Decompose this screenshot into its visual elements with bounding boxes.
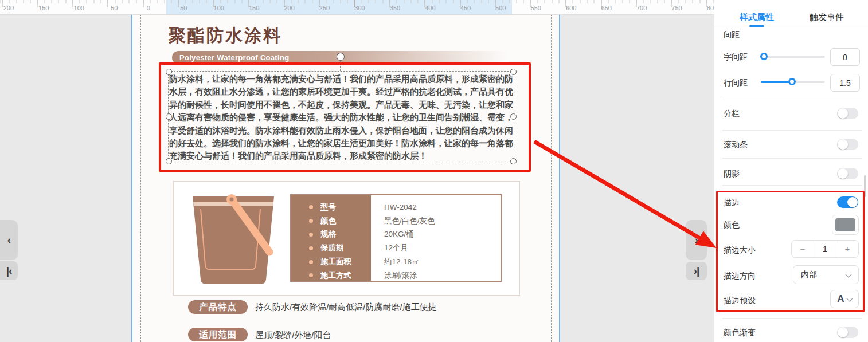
ruler-tick-label: -150 xyxy=(36,5,49,11)
spec-row: 施工面积约12-18㎡ xyxy=(291,255,501,269)
skip-to-end-icon: ›| xyxy=(694,265,699,277)
shadow-label: 阴影 xyxy=(724,169,740,179)
divider xyxy=(722,158,862,159)
prev-page-button[interactable]: ‹ xyxy=(0,220,18,260)
skip-to-start-icon: |‹ xyxy=(6,265,12,277)
horizontal-ruler: -200-150-100-500501001502002503003504004… xyxy=(0,0,714,15)
tab-style-properties[interactable]: 样式属性 xyxy=(740,12,774,23)
divider xyxy=(722,318,862,319)
ruler-tick-label: 0 xyxy=(147,5,150,11)
ruler-tick-label: 150 xyxy=(249,5,259,11)
spec-table[interactable]: 型号HW-2042颜色黑色/白色/灰色规格20KG/桶保质期12个月施工面积约1… xyxy=(290,194,502,282)
rotate-handle[interactable] xyxy=(337,53,345,61)
ruler-tick-label: 300 xyxy=(354,5,365,11)
spec-value: 20KG/桶 xyxy=(371,229,414,239)
chevron-left-icon: ‹ xyxy=(7,234,10,246)
page-guide-left xyxy=(131,14,132,342)
gradient-toggle[interactable] xyxy=(837,327,858,338)
first-page-button[interactable]: |‹ xyxy=(0,261,18,280)
bullet-icon xyxy=(309,219,313,223)
ruler-tick-label: 750 xyxy=(671,5,682,11)
toggle-knob xyxy=(838,168,848,179)
gradient-label: 颜色渐变 xyxy=(724,328,756,338)
scope-text: 屋顶/裂缝/外墙/阳台 xyxy=(255,330,331,341)
shadow-toggle[interactable] xyxy=(837,168,858,179)
ruler-tick-label: 500 xyxy=(495,5,506,11)
toggle-knob xyxy=(838,139,848,150)
ruler-tick-label: 350 xyxy=(390,5,400,11)
ruler-tick-label: -50 xyxy=(108,5,118,11)
spec-label: 施工面积 xyxy=(320,257,351,267)
toggle-knob xyxy=(838,327,848,337)
columns-toggle[interactable] xyxy=(837,108,858,119)
app-root: -200-150-100-500501001502002503003504004… xyxy=(0,0,868,342)
line-spacing-slider-handle[interactable] xyxy=(788,78,796,85)
ruler-tick-label: 250 xyxy=(319,5,330,11)
ruler-tick-label: -100 xyxy=(72,5,84,11)
bullet-icon xyxy=(309,273,313,277)
annotation-box-stroke-section xyxy=(716,191,865,312)
spec-value: 黑色/白色/灰色 xyxy=(371,216,435,226)
divider xyxy=(722,185,862,186)
scrollbar-label: 滚动条 xyxy=(724,140,748,150)
letter-spacing-slider-handle[interactable] xyxy=(760,53,768,60)
ruler-tick-label: 100 xyxy=(214,5,224,11)
tab-bar-border xyxy=(714,27,868,27)
slider-fill xyxy=(761,81,792,83)
bullet-icon xyxy=(309,260,313,264)
ruler-tick-label: 200 xyxy=(284,5,294,11)
spec-label: 规格 xyxy=(320,229,336,239)
paint-bucket-illustration xyxy=(185,194,282,286)
ruler-tick-label: 650 xyxy=(601,5,611,11)
letter-spacing-label: 字间距 xyxy=(724,52,748,62)
toggle-knob xyxy=(838,108,848,119)
scope-pill: 适用范围 xyxy=(188,328,248,341)
divider xyxy=(722,99,862,99)
spec-row: 型号HW-2042 xyxy=(291,201,501,214)
line-spacing-label: 行间距 xyxy=(724,78,748,88)
spec-row: 施工方式涂刷/滚涂 xyxy=(291,269,501,282)
ruler-tick-label: 600 xyxy=(566,5,576,11)
features-pill: 产品特点 xyxy=(188,300,248,314)
spec-value: HW-2042 xyxy=(371,203,417,211)
tab-trigger-events[interactable]: 触发事件 xyxy=(810,12,844,23)
ruler-tick-label: 700 xyxy=(636,5,647,11)
spec-value: 涂刷/滚涂 xyxy=(371,270,417,281)
letter-spacing-slider[interactable] xyxy=(761,56,825,58)
annotation-arrow xyxy=(525,133,720,251)
section-spacing-label: 间距 xyxy=(724,30,740,40)
ruler-tick-label: 50 xyxy=(180,5,187,11)
ruler-tick-label: 550 xyxy=(531,5,541,11)
annotation-box-textblock xyxy=(159,62,531,172)
bullet-icon xyxy=(309,233,313,237)
artboard-dashed-left xyxy=(140,14,141,342)
spec-label: 施工方式 xyxy=(320,270,351,281)
spec-label: 颜色 xyxy=(320,216,336,226)
skip-to-end-button[interactable]: ›| xyxy=(686,262,707,280)
divider xyxy=(722,130,862,131)
spec-row: 规格20KG/桶 xyxy=(291,228,501,242)
letter-spacing-value[interactable]: 0 xyxy=(830,48,860,66)
spec-value: 12个月 xyxy=(371,243,408,253)
subtitle-text: Polyester Waterproof Coating xyxy=(172,53,289,62)
features-text: 持久防水/有效降温/耐高低温/防腐耐磨/施工便捷 xyxy=(255,302,437,313)
page-title[interactable]: 聚酯防水涂料 xyxy=(169,24,282,48)
spec-row: 颜色黑色/白色/灰色 xyxy=(291,214,501,228)
ruler-tick-label: -200 xyxy=(1,5,14,11)
ruler-tick-label: 400 xyxy=(425,5,435,11)
spec-label: 保质期 xyxy=(320,243,344,253)
ruler-tick-label: 450 xyxy=(460,5,471,11)
bullet-icon xyxy=(309,205,313,209)
spec-label: 型号 xyxy=(320,202,336,213)
line-spacing-value[interactable]: 1.5 xyxy=(830,74,860,92)
bullet-icon xyxy=(309,246,313,250)
spec-value: 约12-18㎡ xyxy=(371,257,420,267)
scrollbar-toggle[interactable] xyxy=(837,139,858,150)
spec-row: 保质期12个月 xyxy=(291,241,501,255)
columns-label: 分栏 xyxy=(724,109,740,119)
spec-rows: 型号HW-2042颜色黑色/白色/灰色规格20KG/桶保质期12个月施工面积约1… xyxy=(291,195,501,282)
